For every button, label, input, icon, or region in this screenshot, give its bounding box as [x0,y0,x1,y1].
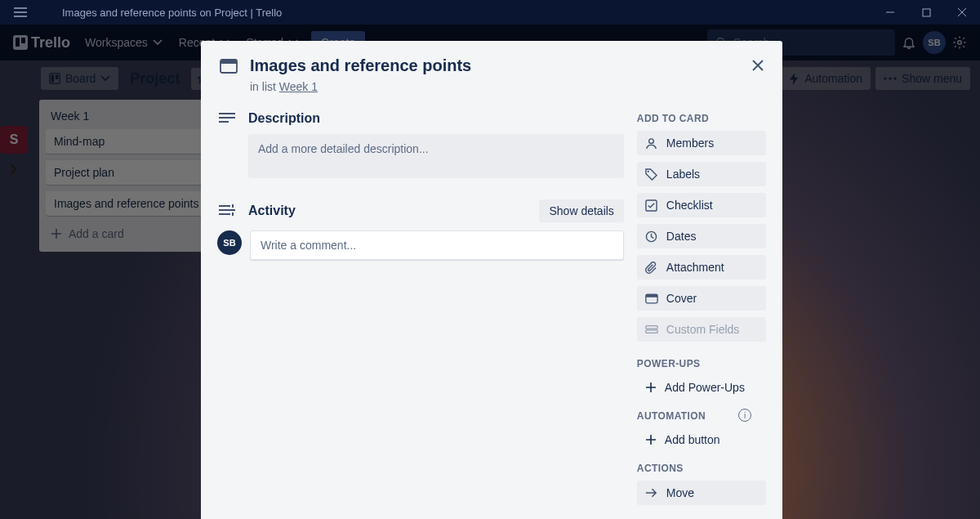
custom-fields-icon [645,324,658,334]
svg-point-15 [648,170,649,172]
cover-label: Cover [666,292,697,305]
side-section-actions: ACTIONS [637,463,766,474]
members-button[interactable]: Members [637,131,766,155]
add-automation-button[interactable]: Add button [637,428,766,451]
dates-button[interactable]: Dates [637,224,766,248]
comment-placeholder: Write a comment... [261,239,356,252]
cover-icon [645,293,658,304]
svg-point-14 [649,138,654,143]
window-close-button[interactable] [944,0,980,25]
description-placeholder: Add a more detailed description... [258,142,429,155]
automation-info-button[interactable]: i [738,409,751,422]
in-list-prefix: in list [250,80,279,93]
description-input[interactable]: Add a more detailed description... [248,134,624,178]
maximize-icon [922,8,931,17]
checklist-icon [645,199,657,212]
comment-avatar: SB [217,230,242,255]
plus-icon [645,382,657,393]
description-icon [219,112,235,125]
svg-rect-20 [646,326,657,329]
comment-input[interactable]: Write a comment... [250,230,624,260]
card-header-icon [220,59,238,74]
paperclip-icon [645,262,657,274]
close-icon [957,7,967,17]
description-heading: Description [248,111,320,126]
card-in-list: in list Week 1 [250,80,471,93]
attachment-button[interactable]: Attachment [637,255,766,280]
svg-rect-13 [220,60,237,64]
card-list-link[interactable]: Week 1 [279,80,318,93]
side-section-powerups: POWER-UPS [637,358,766,369]
window-maximize-button[interactable] [908,0,944,25]
checklist-button[interactable]: Checklist [637,193,766,217]
minimize-icon [885,7,895,17]
show-details-button[interactable]: Show details [539,199,623,222]
members-label: Members [666,136,714,150]
window-titlebar: Images and reference points on Project |… [0,0,980,25]
window-minimize-button[interactable] [872,0,908,25]
activity-icon [219,204,235,217]
clock-icon [645,230,657,243]
app-menu-button[interactable] [0,7,41,17]
cover-button[interactable]: Cover [637,286,766,311]
svg-rect-0 [923,9,930,16]
hamburger-icon [14,7,27,17]
svg-rect-21 [646,330,657,333]
card-title[interactable]: Images and reference points [250,56,471,75]
add-powerups-label: Add Power-Ups [665,381,745,394]
window-title: Images and reference points on Project |… [41,7,872,19]
close-icon [751,59,764,72]
custom-fields-label: Custom Fields [666,323,739,336]
plus-icon [645,434,657,445]
tag-icon [645,168,657,181]
move-label: Move [666,486,694,499]
side-section-add-to-card: ADD TO CARD [637,113,766,124]
arrow-right-icon [645,488,657,498]
dates-label: Dates [666,230,697,243]
checklist-label: Checklist [666,199,713,212]
add-automation-label: Add button [665,433,720,446]
user-icon [645,137,657,150]
activity-heading: Activity [248,204,296,218]
card-modal: Images and reference points in list Week… [201,41,782,519]
svg-rect-19 [646,294,657,298]
labels-label: Labels [666,168,700,181]
attachment-label: Attachment [666,261,724,274]
custom-fields-button[interactable]: Custom Fields [637,317,766,342]
labels-button[interactable]: Labels [637,162,766,186]
move-button[interactable]: Move [637,481,766,505]
add-powerups-button[interactable]: Add Power-Ups [637,376,766,399]
modal-close-button[interactable] [745,52,771,78]
